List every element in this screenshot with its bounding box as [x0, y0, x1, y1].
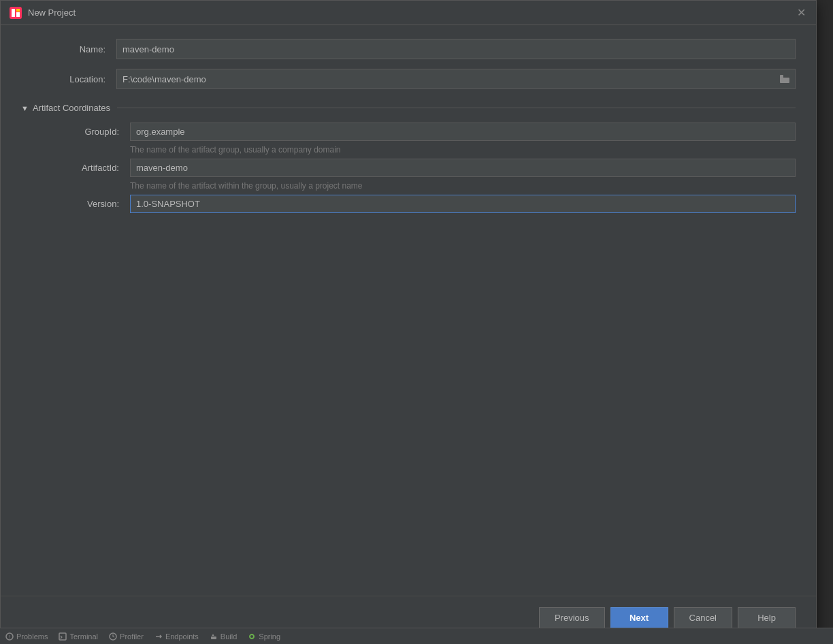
svg-rect-10	[211, 637, 216, 639]
status-endpoints[interactable]: Endpoints	[154, 632, 199, 641]
svg-rect-0	[10, 7, 22, 19]
profiler-icon	[109, 632, 117, 641]
location-field-wrapper	[116, 69, 796, 89]
status-build[interactable]: Build	[210, 632, 237, 641]
artifactid-row: ArtifactId: The name of the artifact wit…	[21, 159, 796, 191]
problems-icon: !	[5, 632, 14, 641]
browse-button[interactable]	[774, 69, 796, 89]
location-label: Location:	[21, 74, 116, 84]
artifactid-field: The name of the artifact within the grou…	[130, 159, 796, 191]
endpoints-label: Endpoints	[165, 632, 199, 641]
dialog-title: New Project	[28, 7, 76, 18]
artifactid-hint: The name of the artifact within the grou…	[130, 181, 796, 191]
terminal-icon	[59, 632, 67, 641]
next-button[interactable]: Next	[610, 607, 668, 628]
spring-label: Spring	[259, 632, 280, 641]
svg-rect-4	[780, 78, 789, 83]
app-icon	[9, 6, 22, 20]
terminal-label: Terminal	[69, 632, 98, 641]
version-field	[130, 195, 796, 213]
svg-rect-8	[59, 633, 66, 640]
artifact-section-title: Artifact Coordinates	[33, 103, 110, 113]
spring-icon	[248, 632, 256, 641]
section-divider	[117, 108, 796, 108]
artifactid-input[interactable]	[130, 159, 796, 177]
svg-rect-5	[780, 75, 783, 78]
title-bar-left: New Project	[9, 6, 76, 20]
build-icon	[210, 632, 218, 641]
help-button[interactable]: Help	[738, 607, 796, 628]
problems-label: Problems	[16, 632, 48, 641]
svg-rect-1	[12, 9, 15, 17]
status-profiler[interactable]: Profiler	[109, 632, 144, 641]
groupid-field: The name of the artifact group, usually …	[130, 123, 796, 155]
artifactid-label: ArtifactId:	[21, 159, 130, 173]
groupid-row: GroupId: The name of the artifact group,…	[21, 123, 796, 155]
previous-button[interactable]: Previous	[539, 607, 605, 628]
svg-rect-2	[16, 12, 20, 17]
status-terminal[interactable]: Terminal	[59, 632, 98, 641]
name-row: Name:	[21, 39, 796, 59]
profiler-label: Profiler	[120, 632, 144, 641]
name-input[interactable]	[116, 39, 796, 59]
location-row: Location:	[21, 69, 796, 89]
section-toggle-icon[interactable]: ▼	[21, 104, 29, 112]
endpoints-icon	[154, 632, 163, 641]
svg-rect-3	[16, 9, 20, 12]
build-label: Build	[220, 632, 237, 641]
groupid-input[interactable]	[130, 123, 796, 141]
groupid-label: GroupId:	[21, 123, 130, 137]
status-problems[interactable]: ! Problems	[5, 632, 48, 641]
version-input[interactable]	[130, 195, 796, 213]
groupid-hint: The name of the artifact group, usually …	[130, 145, 796, 155]
new-project-dialog: New Project ✕ Name: Location:	[0, 0, 817, 640]
status-bar: ! Problems Terminal Profiler Endpoints B…	[0, 628, 833, 644]
name-label: Name:	[21, 44, 116, 54]
version-label: Version:	[21, 195, 130, 209]
artifact-section-header: ▼ Artifact Coordinates	[21, 103, 796, 113]
dialog-title-bar: New Project ✕	[1, 1, 816, 25]
right-panel-edge	[817, 0, 833, 644]
svg-text:!: !	[9, 634, 10, 639]
cancel-button[interactable]: Cancel	[674, 607, 732, 628]
version-row: Version:	[21, 195, 796, 213]
status-spring[interactable]: Spring	[248, 632, 280, 641]
dialog-content: Name: Location: ▼ Artifact Coordinates	[1, 25, 816, 596]
close-button[interactable]: ✕	[794, 6, 808, 20]
location-input[interactable]	[116, 69, 774, 89]
